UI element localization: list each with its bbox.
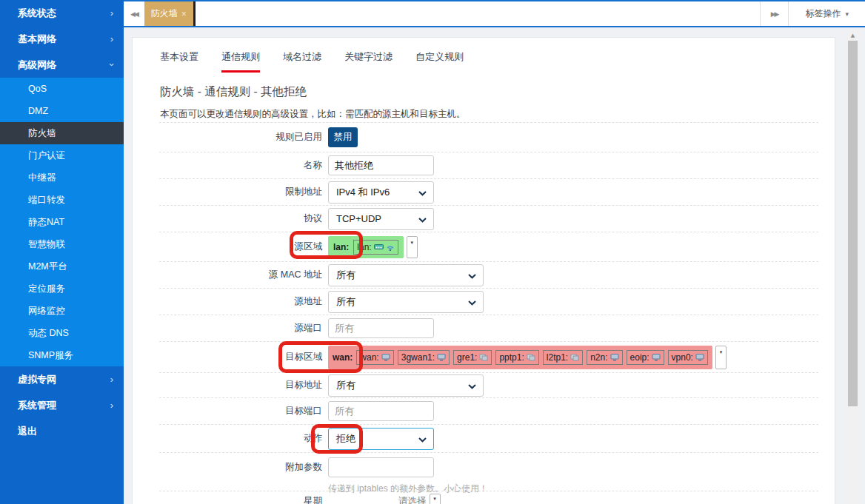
tab-divider [193,1,196,26]
form-row: 动作 拒绝 [159,425,818,453]
sidebar-item-location-service[interactable]: 定位服务 [0,278,124,300]
source-mac-select[interactable]: 所有 [328,264,484,286]
sidebar-item-m2m-platform[interactable]: M2M平台 [0,255,124,278]
sidebar-item-basic-network[interactable]: 基本网络 › [0,26,124,52]
form-row: 附加参数 传递到 iptables 的额外参数。小心使用！ [159,453,818,491]
sidebar-item-system-management[interactable]: 系统管理 › [0,392,124,418]
form-row: 限制地址 IPv4 和 IPv6 [159,179,818,206]
tab-domain-filter[interactable]: 域名过滤 [283,50,321,73]
chevron-right-icon: › [110,374,113,385]
field-label: 规则已启用 [159,131,328,144]
firewall-tabs: 基本设置 通信规则 域名过滤 关键字过滤 自定义规则 [133,38,835,73]
protocol-select[interactable]: TCP+UDP [328,208,434,230]
chevron-down-icon [468,274,476,279]
tab-basic-settings[interactable]: 基本设置 [160,50,198,73]
form-row: 名称 [159,152,818,179]
zone-name: lan: [333,242,349,252]
zone-chip-eoip: eoip: [627,350,664,365]
collapse-tabs-icon[interactable]: ◀◀ [124,10,144,18]
host-icon [695,354,704,361]
form-row: 协议 TCP+UDP [159,206,818,232]
form-row: 规则已启用 禁用 [159,123,818,152]
tab-actions-menu[interactable]: 标签操作 ▾ [789,1,865,26]
zone-chip-wan: wan: [356,350,393,365]
sidebar-item-snmp-service[interactable]: SNMP服务 [0,344,124,366]
zone-dropdown-button[interactable]: ▾ [715,346,727,369]
sidebar-item-dmz[interactable]: DMZ [0,100,124,122]
zone-chip-pptp1: pptp1: [495,350,538,365]
week-select-value: 请选择 [398,495,427,504]
form-row: 源地址 所有 [159,289,818,315]
tab-bar: ◀◀ 防火墙 × ▶▶ 标签操作 ▾ [124,0,865,27]
sidebar-item-portal-auth[interactable]: 门户认证 [0,144,124,167]
host-icon [652,354,661,361]
close-tab-icon[interactable]: × [181,9,187,19]
extra-args-input[interactable] [328,457,434,477]
field-label: 目标地址 [159,379,328,392]
expand-tabs-icon[interactable]: ▶▶ [761,10,789,18]
tab-custom-rules[interactable]: 自定义规则 [415,50,464,73]
sidebar-item-port-forward[interactable]: 端口转发 [0,189,124,211]
sidebar-item-label: 系统管理 [18,399,110,412]
sidebar-item-system-status[interactable]: 系统状态 › [0,0,124,26]
host-icon [381,354,390,361]
week-dropdown-button[interactable]: ▾ [430,494,441,504]
sidebar-item-logout[interactable]: 退出 [0,418,124,444]
source-port-input[interactable] [328,318,434,338]
sidebar-item-vpn[interactable]: 虚拟专网 › [0,366,124,392]
zone-chip-gre1: gre1: [453,350,492,365]
sidebar-item-advanced-network[interactable]: 高级网络 › [0,52,124,78]
name-input[interactable] [328,155,434,175]
tab-keyword-filter[interactable]: 关键字过滤 [344,50,393,73]
field-label: 名称 [159,159,328,172]
scrollbar-thumb[interactable] [848,41,858,406]
page-description: 本页面可以更改通信规则的高级设置，比如：需匹配的源主机和目标主机。 [160,108,835,121]
field-label: 源地址 [159,295,328,308]
sidebar-item-label: 虚拟专网 [18,373,110,386]
field-label: 星期 [159,495,328,504]
source-zone-widget[interactable]: lan: lan: [328,236,404,258]
field-label: 附加参数 [159,457,328,477]
rule-form: 规则已启用 禁用 名称 限制地址 IPv4 和 IPv6 协议 TCP+UDP … [159,122,818,504]
sidebar-item-repeater[interactable]: 中继器 [0,167,124,189]
address-family-select[interactable]: IPv4 和 IPv6 [328,181,434,204]
tab-firewall[interactable]: 防火墙 × [144,1,193,26]
zone-chip-3gwan1: 3gwan1: [398,350,450,365]
zone-dropdown-button[interactable]: ▾ [407,236,418,258]
sidebar-item-qos[interactable]: QoS [0,78,124,100]
dest-address-select[interactable]: 所有 [328,374,484,397]
chevron-right-icon: › [110,400,113,411]
dest-zone-widget[interactable]: wan: wan: 3gwan1: gre1: pptp1: l2tp1: n2… [328,346,712,369]
sidebar-item-static-nat[interactable]: 静态NAT [0,211,124,233]
dest-port-input[interactable] [328,401,434,421]
field-label: 协议 [159,212,328,225]
source-address-select[interactable]: 所有 [328,291,484,313]
scrollbar[interactable]: ▲ [847,29,858,504]
field-label: 源区域 [159,241,328,253]
field-label: 目标端口 [159,405,328,417]
chevron-right-icon: › [110,7,113,19]
action-select[interactable]: 拒绝 [328,428,434,450]
sidebar-item-label: 高级网络 [18,58,110,72]
form-row: 源端口 [159,315,818,342]
host-icon [437,354,446,361]
tab-firewall-label: 防火墙 [151,7,178,20]
page-title: 防火墙 - 通信规则 - 其他拒绝 [160,84,835,100]
zone-name: wan: [333,352,353,363]
sidebar-item-smart-iot[interactable]: 智慧物联 [0,233,124,255]
tab-traffic-rules[interactable]: 通信规则 [221,50,260,73]
chevron-down-icon: › [106,63,117,66]
chevron-down-icon [418,191,427,196]
form-row: 源区域 lan: lan: ▾ [159,232,818,262]
scroll-up-icon[interactable]: ▲ [847,29,858,38]
disable-button[interactable]: 禁用 [328,127,358,147]
form-row: 目标地址 所有 [159,373,818,398]
caret-down-icon: ▾ [845,10,849,18]
sidebar: 系统状态 › 基本网络 › 高级网络 › QoS DMZ 防火墙 门户认证 中继… [0,0,124,504]
sidebar-item-network-monitor[interactable]: 网络监控 [0,300,124,322]
sidebar-item-firewall[interactable]: 防火墙 [0,122,124,144]
field-label: 源端口 [159,322,328,335]
chevron-down-icon [418,437,427,443]
sidebar-item-dynamic-dns[interactable]: 动态 DNS [0,322,124,344]
zone-chip-n2n: n2n: [587,350,622,365]
